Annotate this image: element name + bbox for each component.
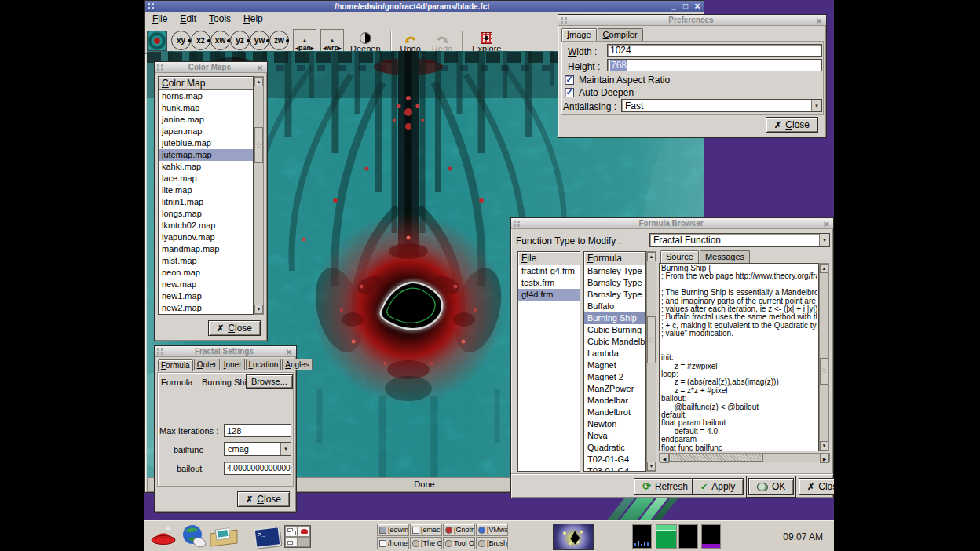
scroll-up-icon[interactable] [647,252,656,261]
color-map-item[interactable]: lace.map [159,173,253,184]
source-code-view[interactable]: Burning Ship {; From the web page http:/… [659,263,819,451]
settings-tab[interactable]: Formula [158,359,193,371]
max-iterations-input[interactable]: 128 [224,424,291,437]
scroll-thumb[interactable] [254,127,263,163]
rotation-button[interactable]: yz [230,31,250,50]
formula-item[interactable]: Barnsley Type 1 [584,265,645,277]
formula-item[interactable]: Burning Ship [584,312,645,324]
height-input[interactable]: 768 [607,59,822,71]
browse-button[interactable]: Browse... [246,374,293,389]
color-map-item[interactable]: neon.map [159,267,253,279]
scroll-thumb[interactable] [669,454,763,462]
formula-item[interactable]: ManZPower [584,383,645,395]
color-map-item[interactable]: mandmap.map [159,243,253,255]
load-meter-applet[interactable] [656,524,677,549]
formula-item[interactable]: T02-01-G4 [584,454,645,465]
color-map-item[interactable]: lkmtch02.map [159,220,253,232]
workspace-3[interactable] [285,537,298,548]
file-item[interactable]: gf4d.frm [518,289,580,301]
cpu-monitor-applet[interactable] [632,524,652,549]
color-map-item[interactable]: litnin1.map [159,196,253,208]
color-map-item[interactable]: new2.map [159,302,253,314]
task-button[interactable]: Tool Optic [443,537,475,549]
refresh-button[interactable]: Refresh [634,478,697,495]
scroll-right-icon[interactable] [820,454,829,463]
menu-item[interactable]: Edit [180,13,196,24]
workspace-pager[interactable] [284,525,311,548]
formula-item[interactable]: Lambda [584,348,645,359]
close-icon[interactable] [284,346,294,357]
task-button[interactable]: [The GIMI [410,537,442,549]
rotation-button[interactable]: yw [250,31,269,50]
formula-browser-titlebar[interactable]: Formula Browser [511,218,833,229]
formula-item[interactable]: Cubic Burning Ship [584,324,645,336]
preferences-tab[interactable]: Image [561,28,597,42]
formula-scrollbar[interactable] [646,251,656,472]
redhat-menu-icon[interactable] [149,524,177,548]
undo-button[interactable]: Undo [396,28,426,53]
web-browser-icon[interactable] [181,524,207,549]
task-button[interactable]: [edwin@lc [377,524,409,536]
close-icon[interactable] [693,2,701,12]
explore-button[interactable]: Explore [467,28,506,53]
menu-item[interactable]: Tools [209,13,231,24]
formula-item[interactable]: Cubic Mandelbrot [584,336,645,348]
menu-item[interactable]: Help [243,13,263,24]
rotation-button[interactable]: xy [171,31,191,50]
file-column-header[interactable]: File [518,252,580,265]
scroll-thumb[interactable] [820,358,828,385]
color-map-item[interactable]: japan.map [159,126,253,137]
settings-tab[interactable]: Angles [282,359,313,370]
spin-up-icon[interactable] [330,31,335,45]
close-icon[interactable] [814,15,824,26]
color-map-item[interactable]: new.map [159,279,253,290]
swap-monitor-applet[interactable] [701,524,721,549]
rotation-button[interactable]: xw [210,31,230,50]
width-input[interactable]: 1024 [607,44,822,57]
formula-item[interactable]: Mandelbrot [584,407,645,418]
minimize-icon[interactable] [670,2,678,11]
window-menu-icon[interactable] [157,348,164,355]
color-map-scrollbar[interactable] [254,76,264,315]
formula-browser-close-button[interactable]: Close [799,478,834,495]
task-button[interactable]: [VMware W [476,524,508,536]
bailout-input[interactable]: 4.00000000000000000 [224,462,291,475]
window-menu-icon[interactable] [157,64,164,71]
chevron-down-icon[interactable] [819,234,829,246]
formula-item[interactable]: Newton [584,418,645,430]
scroll-up-icon[interactable] [820,264,828,273]
formula-column-header[interactable]: Formula [584,252,645,265]
bailfunc-combo[interactable]: cmag [224,442,291,456]
file-item[interactable]: testx.frm [518,277,580,289]
color-map-item[interactable]: horns.map [159,90,253,102]
formula-item[interactable]: Magnet 2 [584,371,645,383]
source-messages-tab[interactable]: Messages [700,250,750,263]
formula-item[interactable]: Mandelbar [584,395,645,407]
task-button[interactable]: /home/edw [377,537,409,549]
settings-tab[interactable]: Location [246,359,282,370]
rotation-button[interactable]: zw [269,31,289,50]
scroll-left-icon[interactable] [660,454,669,463]
color-map-item[interactable]: janine.map [159,114,253,126]
preferences-titlebar[interactable]: Preferences [558,15,826,26]
color-maps-titlebar[interactable]: Color Maps [155,62,267,73]
terminal-icon[interactable] [251,526,283,549]
scroll-up-icon[interactable] [254,77,263,86]
warp-spinner[interactable]: wrp [320,29,344,53]
blank-monitor-applet[interactable] [678,524,698,549]
spin-up-icon[interactable] [302,31,307,45]
preferences-close-button[interactable]: Close [766,117,818,133]
antialiasing-combo[interactable]: Fast [621,99,822,112]
workspace-4[interactable] [298,537,310,548]
maximize-icon[interactable] [682,2,689,11]
source-vscrollbar[interactable] [819,263,829,451]
task-button[interactable]: [Gnofract4 [443,524,475,536]
preferences-tab[interactable]: Compiler [598,28,643,41]
pan-spinner[interactable]: pan [293,29,316,53]
workspace-2[interactable] [298,526,310,537]
color-map-column-header[interactable]: Color Map [159,77,253,90]
close-icon[interactable] [821,218,831,229]
scroll-down-icon[interactable] [647,462,656,471]
formula-item[interactable]: Nova [584,430,645,442]
scroll-thumb[interactable] [647,316,656,363]
